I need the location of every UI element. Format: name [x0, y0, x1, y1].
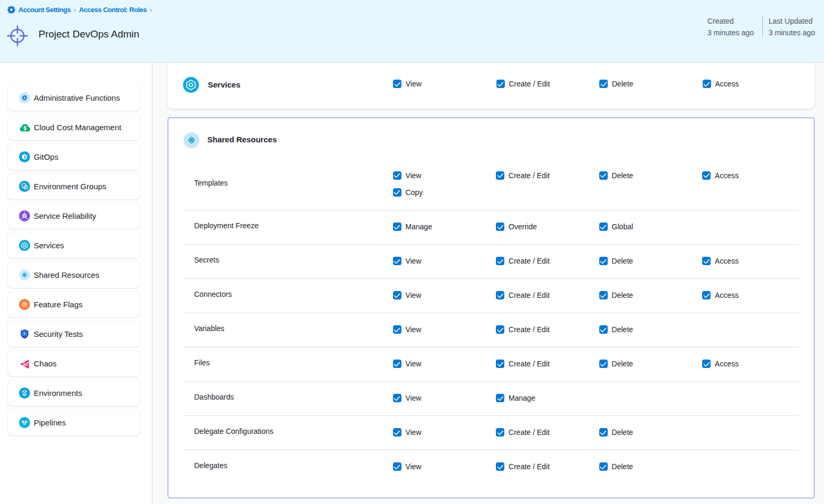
svg-text:$: $: [23, 125, 26, 131]
